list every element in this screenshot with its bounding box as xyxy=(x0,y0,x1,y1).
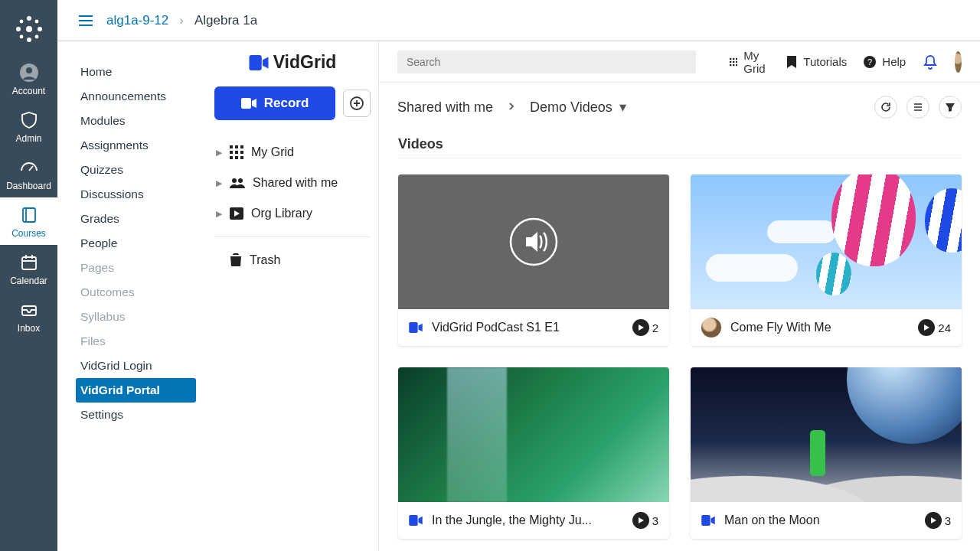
user-avatar[interactable] xyxy=(955,51,962,73)
hamburger-button[interactable] xyxy=(76,11,96,31)
notifications-button[interactable] xyxy=(923,54,938,70)
course-nav: Home Announcements Modules Assignments Q… xyxy=(57,41,207,551)
filter-button[interactable] xyxy=(939,96,962,119)
add-button[interactable] xyxy=(343,90,371,117)
refresh-button[interactable] xyxy=(874,96,897,119)
course-nav-vidgrid-portal[interactable]: VidGrid Portal xyxy=(76,378,196,403)
svg-rect-19 xyxy=(235,151,238,154)
search-input[interactable] xyxy=(397,51,696,73)
topbar-my-grid[interactable]: My Grid xyxy=(730,49,769,75)
book-icon xyxy=(19,205,39,225)
svg-rect-13 xyxy=(22,306,36,315)
nav-calendar-label: Calendar xyxy=(10,276,47,286)
global-nav: Account Admin Dashboard Courses Calendar… xyxy=(0,0,57,551)
list-view-button[interactable] xyxy=(906,96,929,119)
nav-dashboard-label: Dashboard xyxy=(6,181,51,191)
list-icon xyxy=(913,102,923,112)
nav-calendar[interactable]: Calendar xyxy=(0,245,57,292)
svg-rect-35 xyxy=(733,64,734,65)
caret-down-icon: ▾ xyxy=(619,99,626,115)
nav-inbox[interactable]: Inbox xyxy=(0,292,57,340)
chevron-right-icon xyxy=(507,100,516,114)
tree-shared[interactable]: ▶ Shared with me xyxy=(211,168,374,198)
breadcrumb-course-code[interactable]: alg1a-9-12 xyxy=(106,13,168,28)
svg-marker-41 xyxy=(924,324,929,331)
svg-point-24 xyxy=(232,178,237,183)
svg-point-7 xyxy=(19,35,23,39)
play-count: 24 xyxy=(918,319,951,336)
tree-org-label: Org Library xyxy=(251,207,312,220)
tree-org[interactable]: ▶ Org Library xyxy=(211,198,374,229)
play-count-value: 3 xyxy=(945,514,951,527)
nav-account[interactable]: Account xyxy=(0,55,57,103)
caret-right-icon: ▶ xyxy=(216,178,222,188)
vidgrid-crumb-folder[interactable]: Demo Videos ▾ xyxy=(530,99,626,116)
svg-rect-30 xyxy=(736,57,737,59)
video-card-footer: Man on the Moon 3 xyxy=(691,502,962,539)
plus-circle-icon xyxy=(349,96,364,111)
caret-right-icon: ▶ xyxy=(216,148,222,158)
record-button[interactable]: Record xyxy=(214,86,335,120)
course-nav-modules[interactable]: Modules xyxy=(76,109,196,133)
help-icon: ? xyxy=(864,56,876,68)
svg-marker-43 xyxy=(931,517,936,523)
nav-admin-label: Admin xyxy=(15,133,41,144)
divider xyxy=(214,236,371,237)
nav-inbox-label: Inbox xyxy=(18,323,40,334)
course-nav-grades[interactable]: Grades xyxy=(76,207,196,231)
shield-icon xyxy=(19,110,39,130)
video-thumbnail xyxy=(398,174,669,309)
svg-point-25 xyxy=(238,178,243,183)
course-nav-files[interactable]: Files xyxy=(76,329,196,354)
topbar-help[interactable]: ? Help xyxy=(864,55,906,68)
course-nav-outcomes[interactable]: Outcomes xyxy=(76,280,196,305)
video-card-footer: In the Jungle, the Mighty Ju... 3 xyxy=(398,502,669,539)
course-nav-syllabus[interactable]: Syllabus xyxy=(76,305,196,329)
video-card[interactable]: Man on the Moon 3 xyxy=(691,367,962,539)
nav-courses[interactable]: Courses xyxy=(0,197,57,245)
video-card[interactable]: VidGrid PodCast S1 E1 2 xyxy=(398,174,669,346)
tree-trash[interactable]: Trash xyxy=(211,245,374,276)
vidgrid-crumb-root[interactable]: Shared with me xyxy=(397,99,493,116)
video-title: Come Fly With Me xyxy=(730,321,909,334)
svg-rect-28 xyxy=(730,57,731,59)
play-icon xyxy=(632,319,649,336)
svg-text:?: ? xyxy=(867,57,872,67)
course-nav-settings[interactable]: Settings xyxy=(76,403,196,427)
course-nav-vidgrid-login[interactable]: VidGrid Login xyxy=(76,354,196,378)
people-icon xyxy=(230,178,245,188)
vidgrid-logo-text: VidGrid xyxy=(273,52,337,73)
tree-shared-label: Shared with me xyxy=(253,176,338,190)
svg-point-1 xyxy=(27,16,31,21)
canvas-logo-icon xyxy=(14,14,44,44)
bookmark-icon xyxy=(786,56,797,68)
svg-point-2 xyxy=(27,37,31,42)
svg-rect-20 xyxy=(240,151,243,154)
video-card[interactable]: In the Jungle, the Mighty Ju... 3 xyxy=(398,367,669,539)
play-count: 3 xyxy=(925,512,951,529)
owner-avatar xyxy=(701,318,721,337)
course-nav-pages[interactable]: Pages xyxy=(76,256,196,280)
nav-dashboard[interactable]: Dashboard xyxy=(0,150,57,197)
course-nav-people[interactable]: People xyxy=(76,231,196,256)
course-nav-assignments[interactable]: Assignments xyxy=(76,133,196,158)
course-nav-announcements[interactable]: Announcements xyxy=(76,84,196,109)
video-grid: VidGrid PodCast S1 E1 2 Come Fly With Me… xyxy=(398,174,962,539)
svg-rect-23 xyxy=(240,156,243,159)
nav-admin[interactable]: Admin xyxy=(0,103,57,150)
course-nav-home[interactable]: Home xyxy=(76,60,196,84)
caret-right-icon: ▶ xyxy=(216,209,222,219)
chevron-right-icon: › xyxy=(179,13,184,28)
course-nav-discussions[interactable]: Discussions xyxy=(76,182,196,207)
play-count: 2 xyxy=(632,319,658,336)
tree-my-grid[interactable]: ▶ My Grid xyxy=(211,137,374,168)
video-title: In the Jungle, the Mighty Ju... xyxy=(432,514,623,527)
play-count: 3 xyxy=(632,512,658,529)
svg-rect-36 xyxy=(736,64,737,65)
dashboard-icon xyxy=(19,158,39,178)
course-nav-quizzes[interactable]: Quizzes xyxy=(76,158,196,182)
video-card[interactable]: Come Fly With Me 24 xyxy=(691,174,962,346)
svg-point-6 xyxy=(34,20,38,24)
topbar-tutorials[interactable]: Tutorials xyxy=(786,55,847,68)
svg-marker-42 xyxy=(639,517,644,523)
